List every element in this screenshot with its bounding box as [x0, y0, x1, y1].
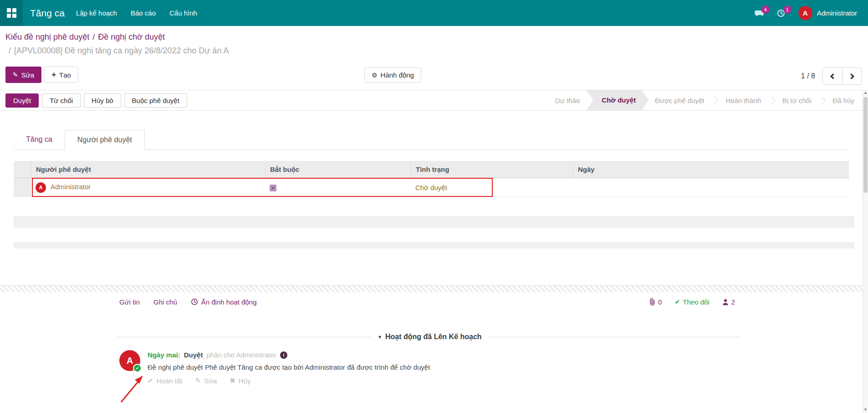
planned-activities-toggle[interactable]: ▾ Hoạt động đã Lên Kế hoạch [371, 333, 489, 341]
divider-line [489, 337, 741, 337]
col-approver[interactable]: Người phê duyệt [31, 161, 265, 178]
messages-badge: 4 [761, 5, 770, 14]
approve-button[interactable]: Duyệt [5, 93, 39, 108]
stage-separator-icon [768, 97, 776, 104]
action-button-label: Hành động [381, 71, 414, 79]
force-approve-button[interactable]: Buộc phê duyệt [124, 93, 187, 108]
apps-grid-icon[interactable] [0, 0, 23, 26]
stage-draft[interactable]: Dự thảo [555, 97, 580, 104]
user-menu[interactable]: A Administrator [798, 6, 857, 20]
col-date[interactable]: Ngày [573, 161, 849, 178]
apps-grid-icon-glyph [7, 8, 16, 18]
vertical-scrollbar[interactable]: ▲ ▼ [863, 90, 868, 413]
activity-done-label: Hoàn tất [157, 377, 183, 385]
activity-edit-button[interactable]: ✎ Sửa [195, 377, 217, 385]
attachments-count: 0 [658, 298, 662, 306]
edit-button-label: Sửa [21, 71, 34, 79]
empty-row-stripe [14, 242, 854, 248]
messages-button[interactable]: 4 [755, 9, 765, 18]
breadcrumb: Kiểu đề nghị phê duyệt/Đề nghị chờ duyệt… [0, 26, 868, 56]
followers-count: 2 [731, 298, 735, 306]
paperclip-icon [649, 298, 655, 306]
follow-button[interactable]: ✔ Theo dõi [675, 298, 710, 306]
checkbox-checked-icon[interactable]: ✔ [270, 185, 276, 191]
stage-refused[interactable]: Bị từ chối [782, 97, 811, 104]
planned-activities-title: Hoạt động đã Lên Kế hoạch [385, 333, 482, 341]
topbar: Tăng ca Lập kế hoạch Báo cáo Cấu hình 4 … [0, 0, 868, 26]
scroll-up-icon[interactable]: ▲ [863, 90, 868, 96]
breadcrumb-separator: / [9, 46, 11, 55]
status-cell: Chờ duyệt [411, 184, 573, 191]
breadcrumb-current: [APVL00008] Đề nghị tăng ca ngày 26/8/20… [14, 46, 229, 55]
breadcrumb-link-pending-requests[interactable]: Đề nghị chờ duyệt [98, 32, 165, 41]
menu-planning[interactable]: Lập kế hoạch [69, 0, 124, 26]
col-required[interactable]: Bắt buộc [265, 161, 411, 178]
approvers-table: Người phê duyệt Bắt buộc Tình trạng Ngày… [14, 161, 849, 197]
activities-button[interactable]: 1 [776, 9, 786, 18]
planned-activities-divider: ▾ Hoạt động đã Lên Kế hoạch [118, 332, 741, 342]
activity-item: A ✔ Ngày mai: Duyệt phân cho Administrat… [119, 350, 430, 385]
check-icon: ✔ [148, 377, 153, 385]
activity-avatar: A ✔ [119, 350, 140, 371]
log-note-button[interactable]: Ghi chú [153, 298, 177, 306]
scroll-down-icon[interactable]: ▼ [863, 407, 868, 413]
table-selector-header [14, 161, 31, 178]
chatter-toolbar: Gửi tin Ghi chú Ấn định hoạt động 0 ✔ Th… [0, 294, 863, 310]
stage-separator-icon [818, 97, 826, 104]
menu-reports[interactable]: Báo cáo [124, 0, 163, 26]
info-icon[interactable]: i [280, 351, 287, 359]
activities-badge: 1 [783, 5, 791, 14]
activity-done-button[interactable]: ✔ Hoàn tất [148, 377, 182, 385]
activity-cancel-label: Hủy [239, 377, 251, 385]
stage-pending-active[interactable]: Chờ duyệt [586, 90, 648, 110]
app-title: Tăng ca [30, 8, 65, 19]
send-message-button[interactable]: Gửi tin [119, 298, 140, 306]
pencil-icon: ✎ [13, 71, 18, 78]
tab-overtime[interactable]: Tăng ca [14, 130, 65, 150]
stage-cancelled[interactable]: Đã hủy [832, 97, 854, 104]
activity-cancel-button[interactable]: ✖ Hủy [230, 377, 250, 385]
menu-config[interactable]: Cấu hình [163, 0, 204, 26]
activity-assignee: phân cho Administrator [206, 351, 276, 359]
activity-due-date: Ngày mai: [148, 351, 180, 359]
activity-summary: Đề nghị phê duyệt Phê duyệt Tăng ca được… [148, 363, 430, 371]
col-status[interactable]: Tình trạng [411, 161, 573, 178]
table-row[interactable]: AAdministrator ✔ Chờ duyệt [14, 178, 849, 197]
plus-icon: + [51, 70, 56, 79]
pager-next-button[interactable] [842, 68, 861, 84]
approver-cell[interactable]: AAdministrator [31, 182, 265, 193]
create-button[interactable]: + Tạo [44, 67, 78, 83]
clock-icon [191, 298, 198, 305]
top-menu: Lập kế hoạch Báo cáo Cấu hình [69, 0, 204, 26]
row-selector-cell[interactable] [14, 178, 31, 196]
stage-done[interactable]: Hoàn thành [725, 97, 761, 104]
topbar-right: 4 1 A Administrator [755, 6, 857, 20]
form-sheet: Tăng ca Người phê duyệt Người phê duyệt … [0, 111, 863, 286]
person-icon [722, 299, 729, 305]
row-avatar: A [36, 182, 46, 193]
caret-down-icon: ▾ [378, 334, 381, 340]
chevron-left-icon [830, 73, 836, 79]
followers-button[interactable]: 2 [722, 298, 735, 306]
attachments-button[interactable]: 0 [649, 298, 662, 306]
cancel-button[interactable]: Hủy bỏ [84, 93, 121, 108]
sheet-bottom-hatch [0, 286, 863, 292]
check-icon: ✔ [675, 298, 680, 305]
required-cell[interactable]: ✔ [265, 183, 411, 191]
schedule-activity-button[interactable]: Ấn định hoạt động [191, 298, 257, 306]
activity-edit-label: Sửa [204, 377, 217, 385]
pager: 1 / 8 [801, 67, 862, 85]
breadcrumb-link-approval-types[interactable]: Kiểu đề nghị phê duyệt [5, 32, 89, 41]
scrollbar-thumb[interactable] [863, 97, 868, 193]
stage-pipeline: Dự thảo Chờ duyệt Được phê duyệt Hoàn th… [555, 90, 854, 110]
pager-previous-button[interactable] [823, 68, 842, 84]
gear-icon: ⚙ [372, 72, 378, 79]
divider-line [118, 337, 371, 337]
action-button[interactable]: ⚙ Hành động [364, 67, 421, 83]
stage-approved[interactable]: Được phê duyệt [655, 97, 704, 104]
stage-separator-icon [711, 97, 719, 104]
tab-approvers[interactable]: Người phê duyệt [65, 130, 145, 150]
edit-button[interactable]: ✎ Sửa [5, 67, 41, 83]
statusbar: Duyệt Từ chối Hủy bỏ Buộc phê duyệt Dự t… [0, 90, 863, 111]
refuse-button[interactable]: Từ chối [42, 93, 81, 108]
